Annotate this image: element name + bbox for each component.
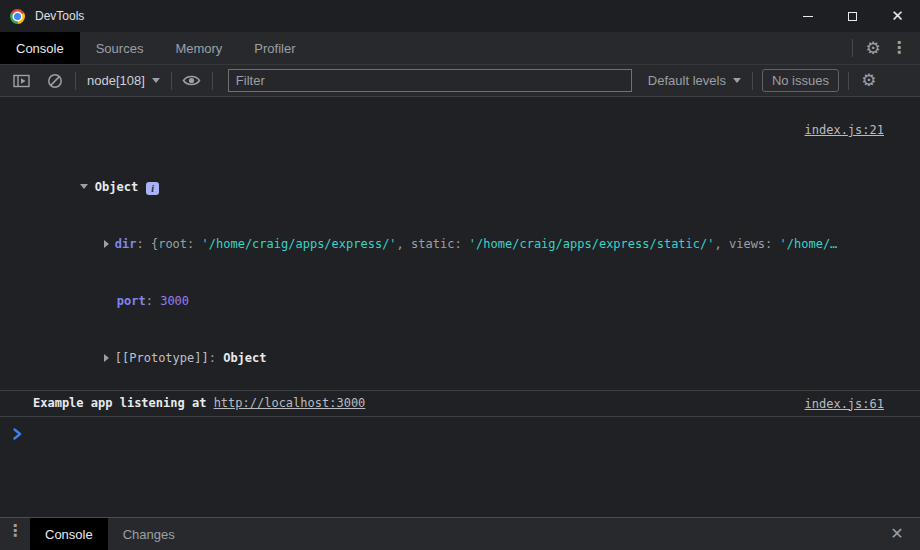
preview-key: views: (729, 237, 780, 251)
close-button[interactable]: ✕ (875, 0, 920, 32)
window-controls: ✕ (785, 0, 920, 32)
preview-string-value-truncated: '/home/… (780, 237, 838, 251)
localhost-link[interactable]: http://localhost:3000 (214, 394, 366, 413)
tab-console[interactable]: Console (0, 32, 80, 64)
minimize-icon (803, 16, 813, 17)
preview-string-value: '/home/craig/apps/express/' (202, 237, 397, 251)
maximize-icon (848, 12, 857, 21)
maximize-button[interactable] (830, 0, 875, 32)
window-title: DevTools (35, 9, 84, 23)
drawer-tab-bar: ⋮ Console Changes ✕ (0, 517, 920, 550)
console-sidebar-icon (13, 74, 30, 88)
preview-key: root: (158, 237, 201, 251)
property-key: port (117, 294, 146, 308)
drawer-menu-button[interactable]: ⋮ (0, 518, 30, 544)
preview-string-value: '/home/craig/apps/express/static/' (469, 237, 715, 251)
divider (171, 72, 172, 90)
property-number-value: 3000 (160, 294, 189, 308)
clear-console-icon (47, 73, 63, 89)
drawer-close-button[interactable]: ✕ (884, 521, 910, 547)
object-property-row-port: port: 3000 (59, 273, 884, 330)
filter-input[interactable] (228, 69, 632, 92)
title-bar: DevTools ✕ (0, 0, 920, 32)
collapse-expander-icon[interactable] (80, 184, 88, 189)
colon: : (136, 237, 150, 251)
object-class-name: Object (95, 180, 138, 194)
object-root-row: Objecti (22, 159, 884, 216)
source-link[interactable]: index.js:61 (805, 397, 884, 411)
gear-icon: ⚙ (861, 72, 876, 89)
settings-button[interactable]: ⚙ (860, 35, 886, 61)
eye-icon (182, 74, 201, 87)
divider (852, 39, 853, 57)
console-settings-button[interactable]: ⚙ (856, 68, 882, 94)
context-label: node[108] (87, 73, 145, 88)
minimize-button[interactable] (785, 0, 830, 32)
kebab-menu-icon: ⋮ (891, 40, 907, 56)
gear-icon: ⚙ (865, 40, 880, 57)
console-message-object: index.js:21 Objecti dir: {root: '/home/c… (0, 97, 920, 390)
close-icon: ✕ (890, 526, 903, 542)
object-prototype-row: [[Prototype]]: Object (46, 330, 884, 387)
divider (75, 72, 76, 90)
colon: : (209, 351, 223, 365)
expand-expander-icon[interactable] (104, 354, 109, 362)
console-sidebar-toggle-button[interactable] (8, 68, 34, 94)
separator: , (715, 237, 729, 251)
console-message-log: Example app listening at http://localhos… (0, 390, 920, 417)
info-badge-icon[interactable]: i (146, 182, 159, 195)
prototype-key: [[Prototype]] (115, 351, 209, 365)
more-options-button[interactable]: ⋮ (886, 35, 912, 61)
console-toolbar: node[108] Default levels No issues ⚙ (0, 65, 920, 97)
panel-tab-bar: Console Sources Memory Profiler ⚙ ⋮ (0, 32, 920, 65)
tab-memory[interactable]: Memory (159, 32, 238, 64)
panel-bar-actions: ⚙ ⋮ (845, 32, 920, 64)
prompt-chevron-icon (13, 428, 22, 440)
chevron-down-icon (152, 78, 160, 83)
divider (212, 72, 213, 90)
divider (752, 72, 753, 90)
devtools-window: DevTools ✕ Console Sources Memory Profil… (0, 0, 920, 550)
drawer-tab-console[interactable]: Console (30, 518, 108, 550)
clear-console-button[interactable] (42, 68, 68, 94)
chrome-logo-icon (10, 9, 25, 24)
colon: : (146, 294, 160, 308)
console-output: index.js:21 Objecti dir: {root: '/home/c… (0, 97, 920, 517)
no-issues-button[interactable]: No issues (762, 69, 839, 92)
tab-profiler[interactable]: Profiler (238, 32, 311, 64)
preview-key: static: (411, 237, 469, 251)
close-icon: ✕ (891, 9, 904, 24)
tab-sources[interactable]: Sources (80, 32, 160, 64)
kebab-menu-icon: ⋮ (7, 523, 23, 539)
drawer-tab-changes[interactable]: Changes (108, 518, 190, 550)
divider (848, 72, 849, 90)
object-property-row-dir: dir: {root: '/home/craig/apps/express/',… (46, 216, 884, 273)
console-prompt[interactable] (0, 417, 920, 443)
live-expression-button[interactable] (179, 68, 205, 94)
execution-context-selector[interactable]: node[108] (83, 73, 164, 88)
property-key: dir (115, 237, 137, 251)
chevron-down-icon (733, 78, 741, 83)
log-levels-label: Default levels (648, 73, 726, 88)
log-text: Example app listening at (33, 394, 214, 413)
log-levels-selector[interactable]: Default levels (644, 73, 745, 88)
separator: , (397, 237, 411, 251)
source-link[interactable]: index.js:21 (805, 123, 884, 137)
prototype-value: Object (223, 351, 266, 365)
expand-expander-icon[interactable] (104, 240, 109, 248)
